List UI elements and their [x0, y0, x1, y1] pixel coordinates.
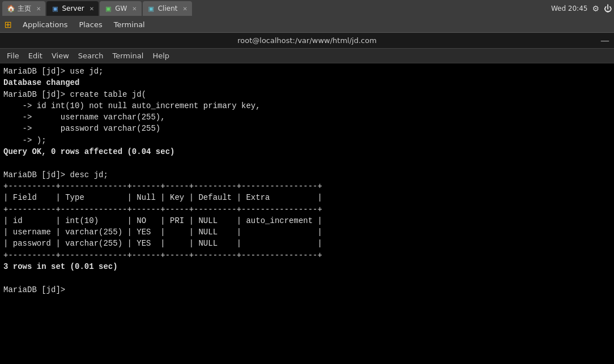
menu-items-list: Places Terminal [73, 18, 150, 31]
power-icon[interactable]: ⏻ [604, 4, 612, 13]
tab-client-close[interactable]: ✕ [182, 6, 187, 12]
tab-home[interactable]: 🏠 主页 ✕ [2, 1, 45, 16]
terminal-title: root@localhost:/var/www/html/jd.com [237, 36, 377, 45]
tab-home-close[interactable]: ✕ [36, 6, 41, 12]
terminal-window: root@localhost:/var/www/html/jd.com — Fi… [0, 33, 614, 364]
tab-client-label: Client [158, 5, 178, 12]
menu-places[interactable]: Places [73, 18, 108, 31]
app-logo-icon: ⊞ [2, 19, 14, 31]
terminal-menu-file[interactable]: File [2, 50, 24, 62]
home-icon: 🏠 [7, 5, 15, 12]
tab-client[interactable]: ▣ Client ✕ [143, 1, 192, 16]
menu-applications[interactable]: Applications [17, 18, 73, 31]
datetime-label: Wed 20:45 [551, 5, 588, 12]
settings-icon[interactable]: ⚙ [592, 4, 599, 13]
terminal-menu-help[interactable]: Help [148, 50, 174, 62]
tab-gw-close[interactable]: ✕ [132, 6, 137, 12]
tab-gw[interactable]: ▣ GW ✕ [100, 1, 142, 16]
tab-server-close[interactable]: ✕ [89, 6, 94, 12]
terminal-minimize-button[interactable]: — [600, 35, 609, 46]
tab-list: 🏠 主页 ✕ ▣ Server ✕ ▣ GW ✕ ▣ Client ✕ [2, 1, 551, 16]
terminal-menu-bar: File Edit View Search Terminal Help [0, 49, 614, 63]
tab-home-label: 主页 [18, 4, 31, 14]
system-bar-right: Wed 20:45 ⚙ ⏻ [551, 4, 612, 13]
tabs-container: 🏠 主页 ✕ ▣ Server ✕ ▣ GW ✕ ▣ Client ✕ [2, 1, 192, 16]
tab-gw-label: GW [115, 5, 127, 12]
app-menu-bar: ⊞ Applications Places Terminal [0, 17, 614, 33]
terminal-menu-terminal[interactable]: Terminal [108, 50, 148, 62]
tab-client-icon: ▣ [147, 5, 155, 12]
menu-terminal[interactable]: Terminal [108, 18, 151, 31]
terminal-menu-edit[interactable]: Edit [24, 50, 47, 62]
terminal-titlebar: root@localhost:/var/www/html/jd.com — [0, 33, 614, 49]
system-tab-bar: 🏠 主页 ✕ ▣ Server ✕ ▣ GW ✕ ▣ Client ✕ [0, 0, 614, 17]
tab-gw-icon: ▣ [104, 5, 112, 12]
tab-server-icon: ▣ [51, 5, 59, 12]
terminal-output[interactable]: MariaDB [jd]> use jd; Database changed M… [0, 63, 614, 364]
terminal-menu-search[interactable]: Search [74, 50, 108, 62]
tab-server-label: Server [62, 5, 84, 12]
terminal-menu-view[interactable]: View [47, 50, 74, 62]
tab-server[interactable]: ▣ Server ✕ [46, 1, 99, 16]
